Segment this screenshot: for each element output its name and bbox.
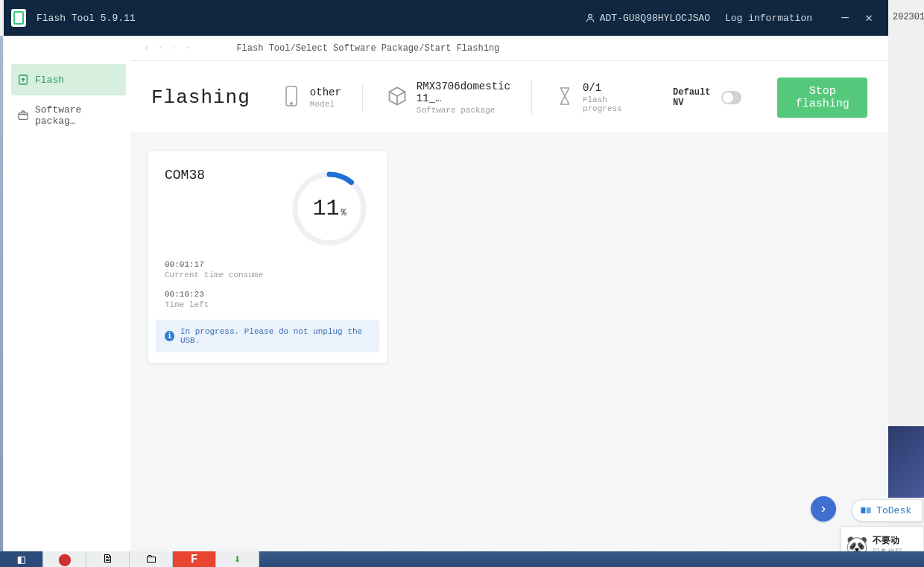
user-id: ADT-GU8Q98HYLOCJSAO [600,13,710,24]
remaining-label: Time left [165,300,370,309]
expand-panel-button[interactable]: › [811,496,836,522]
todesk-label: ToDesk [876,505,911,516]
stop-flashing-button[interactable]: Stop flashing [777,77,867,118]
log-information-link[interactable]: Log information [725,13,812,24]
model-info: other Model [282,85,363,111]
info-icon: i [165,331,174,341]
app-logo-icon [11,9,26,27]
corner-date-text: 20230117 [893,12,924,22]
progress-percent: 11 [312,196,339,221]
upload-icon [17,74,29,86]
taskbar-record-icon[interactable]: ⬤ [43,551,86,567]
svg-rect-2 [19,113,28,120]
page-title: Flashing [151,86,250,109]
taskbar-file-icon[interactable]: 🗎 [86,551,130,567]
package-info: RMX3706domestic 11_… Software package [387,80,532,115]
minimize-button[interactable]: — [833,11,857,25]
main-area: ‹ · · · Flash Tool/Select Software Packa… [130,36,888,551]
progress-notice: i In progress. Please do not unplug the … [156,320,379,352]
app-title: Flash Tool 5.9.11 [37,13,136,24]
progress-percent-unit: % [341,208,346,218]
package-label: Software package [417,106,510,115]
notif-line1: 不要动 [873,534,902,547]
close-button[interactable]: ✕ [857,10,881,25]
breadcrumb-path: Flash Tool/Select Software Package/Start… [236,43,499,54]
progress-label: Flash progress [583,95,628,113]
progress-value: 0/1 [583,82,628,94]
sidebar-flash-label: Flash [35,75,64,86]
sidebar-item-flash[interactable]: Flash [11,64,126,95]
elapsed-label: Current time consume [165,270,370,279]
model-value: other [310,86,341,98]
desktop-thumbnail [888,426,924,498]
titlebar: Flash Tool 5.9.11 ADT-GU8Q98HYLOCJSAO Lo… [4,0,888,36]
svg-point-4 [291,102,292,104]
cube-icon [387,86,408,110]
hourglass-icon [556,86,574,110]
model-label: Model [310,100,341,109]
taskbar-folder-icon[interactable]: 🗀 [130,551,173,567]
default-nv-toggle-group: Default NV [673,87,741,108]
nv-toggle[interactable] [721,91,741,104]
sidebar-software-label: Software packag… [35,104,120,127]
taskbar-app-red-icon[interactable]: F [173,551,216,567]
elapsed-time: 00:01:17 [165,260,370,269]
phone-icon [282,85,301,111]
package-icon [17,110,29,121]
com-port-card: COM38 11 % [148,151,387,363]
com-port-name: COM38 [165,168,205,183]
notice-text: In progress. Please do not unplug the US… [180,327,370,345]
progress-ring: 11 % [288,168,370,250]
svg-rect-8 [867,507,871,513]
nv-label: Default NV [673,87,715,108]
svg-point-0 [588,14,592,18]
desktop-left-edge [0,36,3,551]
taskbar[interactable]: ◧ ⬤ 🗎 🗀 F ⬇ [0,551,924,567]
breadcrumb-back-icon[interactable]: ‹ · · · [144,43,192,54]
package-value: RMX3706domestic 11_… [417,80,510,104]
todesk-widget[interactable]: ToDesk [852,499,923,522]
user-badge[interactable]: ADT-GU8Q98HYLOCJSAO [585,13,710,24]
workspace: COM38 11 % [130,133,888,551]
time-info: 00:01:17 Current time consume 00:10:23 T… [148,260,387,309]
user-icon [585,13,595,23]
sidebar: Flash Software packag… [4,36,130,551]
remaining-time: 00:10:23 [165,290,370,299]
progress-info: 0/1 Flash progress [556,82,649,113]
svg-rect-7 [861,507,866,513]
breadcrumb-bar: ‹ · · · Flash Tool/Select Software Packa… [130,36,888,61]
taskbar-download-icon[interactable]: ⬇ [216,551,259,567]
sidebar-item-software-package[interactable]: Software packag… [11,100,126,131]
taskbar-start-icon[interactable]: ◧ [0,551,43,567]
app-window: Flash Tool 5.9.11 ADT-GU8Q98HYLOCJSAO Lo… [4,0,888,551]
todesk-icon [860,504,872,516]
header-strip: Flashing other Model RMX3706dome [130,61,888,133]
